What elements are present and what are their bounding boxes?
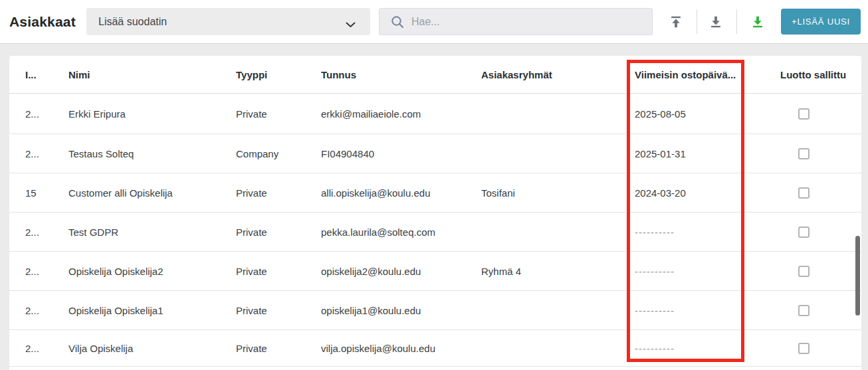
chevron-down-icon [346, 19, 356, 31]
cell-name: Vilja Opiskelija [68, 330, 236, 366]
cell-last-purchase: ---------- [635, 213, 771, 251]
cell-credit [771, 94, 861, 134]
top-bar: Asiakkaat Lisää suodatin [0, 0, 868, 44]
column-header-id[interactable]: I... [9, 56, 68, 93]
credit-allowed-checkbox[interactable] [798, 305, 810, 316]
customers-table: I... Nimi Tyyppi Tunnus Asiakasryhmät Vi… [9, 56, 861, 370]
table-row[interactable]: 15 Customer alli Opiskelija Private alli… [9, 173, 861, 213]
cell-name: Opiskelija Opiskelija1 [68, 291, 236, 329]
credit-allowed-checkbox[interactable] [798, 108, 810, 120]
credit-allowed-checkbox[interactable] [798, 266, 810, 277]
table-row[interactable]: 2... Vilja Opiskelija Private vilja.opis… [9, 330, 861, 367]
cell-last-purchase: 2025-08-05 [635, 94, 771, 134]
filter-dropdown-label: Lisää suodatin [98, 16, 167, 28]
page-title: Asiakkaat [9, 0, 76, 44]
cell-type: Private [236, 291, 321, 329]
table-row[interactable]: 2... Testaus Solteq Company FI04904840 2… [9, 134, 861, 173]
cell-code: erkki@mailiaeiole.com [321, 94, 481, 134]
credit-allowed-checkbox[interactable] [798, 187, 810, 199]
cell-code: pekka.laurila@solteq.com [321, 213, 481, 251]
cell-name: Testaus Solteq [68, 134, 236, 173]
upload-button[interactable] [667, 13, 685, 31]
search-box[interactable] [379, 8, 653, 35]
cell-type: Private [236, 252, 321, 290]
cell-last-purchase: ---------- [635, 291, 771, 329]
cell-last-purchase: ---------- [635, 252, 771, 290]
search-icon [390, 15, 405, 29]
cell-groups [481, 291, 635, 329]
column-header-code[interactable]: Tunnus [321, 56, 481, 93]
cell-id: 2... [9, 330, 68, 366]
cell-id: 2... [9, 94, 68, 134]
credit-allowed-checkbox[interactable] [798, 227, 810, 238]
cell-last-purchase: 2025-01-31 [635, 134, 771, 173]
table-row[interactable]: 2... Test GDPR Private pekka.laurila@sol… [9, 213, 861, 252]
toolbar-divider [697, 9, 697, 34]
column-header-groups[interactable]: Asiakasryhmät [481, 56, 635, 93]
cell-type: Private [236, 330, 321, 366]
cell-id: 2... [9, 134, 68, 173]
cell-id: 15 [9, 173, 68, 212]
download-button[interactable] [707, 13, 724, 31]
cell-credit [771, 330, 861, 366]
column-header-type[interactable]: Tyyppi [236, 56, 321, 93]
export-button[interactable] [749, 13, 766, 31]
cell-type: Private [236, 173, 321, 212]
cell-code: alli.opiskelija@koulu.edu [321, 173, 481, 212]
cell-groups: Ryhmä 4 [481, 252, 635, 290]
table-row[interactable]: 2... Opiskelija Opiskelija1 Private opis… [9, 291, 861, 330]
cell-last-purchase: ---------- [635, 330, 771, 366]
cell-type: Private [236, 94, 321, 134]
column-header-name[interactable]: Nimi [68, 56, 236, 93]
filter-dropdown[interactable]: Lisää suodatin [86, 8, 370, 35]
download-icon [708, 14, 723, 30]
cell-credit [771, 213, 861, 251]
cell-groups [481, 94, 635, 134]
table-header-row: I... Nimi Tyyppi Tunnus Asiakasryhmät Vi… [9, 56, 861, 94]
cell-name: Opiskelija Opiskelija2 [68, 252, 236, 290]
table-row[interactable]: 2... Erkki Eripura Private erkki@mailiae… [9, 94, 861, 134]
cell-credit [771, 173, 861, 212]
toolbar-divider [736, 9, 737, 34]
table-body: 2... Erkki Eripura Private erkki@mailiae… [9, 94, 861, 367]
cell-name: Erkki Eripura [68, 94, 236, 134]
search-input[interactable] [411, 16, 637, 28]
cell-code: opiskelija2@koulu.edu [321, 252, 481, 290]
cell-type: Company [236, 134, 321, 173]
cell-credit [771, 291, 861, 329]
cell-groups [481, 330, 635, 366]
cell-credit [771, 134, 861, 173]
credit-allowed-checkbox[interactable] [798, 148, 810, 159]
cell-id: 2... [9, 213, 68, 251]
cell-credit [771, 252, 861, 290]
export-download-icon [750, 14, 765, 30]
cell-id: 2... [9, 252, 68, 290]
cell-id: 2... [9, 291, 68, 329]
upload-icon [669, 14, 683, 30]
vertical-scrollbar-thumb[interactable] [855, 236, 860, 316]
cell-code: FI04904840 [321, 134, 481, 173]
cell-type: Private [236, 213, 321, 251]
cell-groups [481, 134, 635, 173]
credit-allowed-checkbox[interactable] [798, 343, 810, 354]
cell-code: opiskelija1@koulu.edu [321, 291, 481, 329]
cell-name: Test GDPR [68, 213, 236, 251]
cell-last-purchase: 2024-03-20 [635, 173, 771, 212]
table-row[interactable]: 2... Opiskelija Opiskelija2 Private opis… [9, 252, 861, 291]
cell-code: vilja.opiskelija@koulu.edu [321, 330, 481, 366]
column-header-last-purchase[interactable]: Viimeisin ostopäivä... [635, 56, 771, 93]
cell-groups [481, 213, 635, 251]
column-header-credit[interactable]: Luotto sallittu [771, 56, 861, 93]
add-new-button[interactable]: +LISÄÄ UUSI [781, 9, 861, 35]
cell-groups: Tosifani [481, 173, 635, 212]
cell-name: Customer alli Opiskelija [68, 173, 236, 212]
